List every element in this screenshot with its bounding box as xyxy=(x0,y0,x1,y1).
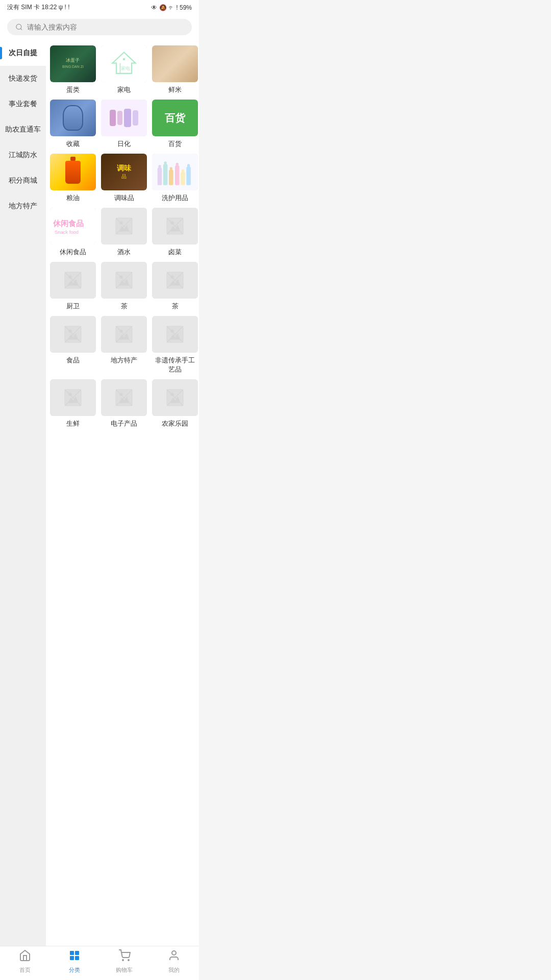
category-item-electronics[interactable]: 电子产品 xyxy=(101,379,147,428)
category-item-egg[interactable]: 冰蛋子BING DAN ZI 蛋类 xyxy=(50,45,96,94)
nav-label-cart: 购物车 xyxy=(116,966,133,974)
sidebar-item-waterproof[interactable]: 江城防水 xyxy=(0,142,46,168)
category-img-egg: 冰蛋子BING DAN ZI xyxy=(50,45,96,82)
svg-rect-11 xyxy=(176,163,179,166)
sidebar-item-express[interactable]: 快递发货 xyxy=(0,66,46,91)
category-item-braised[interactable]: 卤菜 xyxy=(152,208,198,257)
nav-label-home: 首页 xyxy=(19,966,31,974)
category-item-farm-product[interactable]: 农家乐园 xyxy=(152,379,198,428)
nav-item-category[interactable]: 分类 xyxy=(50,949,100,974)
svg-rect-10 xyxy=(175,165,180,185)
svg-text:家电: 家电 xyxy=(121,66,130,71)
cart-icon xyxy=(118,949,131,965)
nav-item-home[interactable]: 首页 xyxy=(0,949,50,974)
category-item-washing[interactable]: 洗护用品 xyxy=(152,154,198,203)
svg-rect-12 xyxy=(181,172,185,185)
category-img-heritage xyxy=(152,316,198,353)
mine-icon xyxy=(168,949,180,965)
svg-point-0 xyxy=(16,24,21,29)
nav-label-mine: 我的 xyxy=(168,966,180,974)
sidebar-item-next-day[interactable]: 次日自提 xyxy=(0,40,46,66)
category-img-ceramic xyxy=(50,100,96,136)
category-item-oil[interactable]: 粮油 xyxy=(50,154,96,203)
category-img-tea2 xyxy=(152,262,198,299)
svg-text:Snack food: Snack food xyxy=(55,229,79,235)
search-bar xyxy=(0,15,199,40)
svg-rect-63 xyxy=(70,951,74,955)
bottom-nav: 首页分类购物车我的 xyxy=(0,946,199,979)
sidebar-item-points[interactable]: 积分商城 xyxy=(0,168,46,193)
category-item-food[interactable]: 食品 xyxy=(50,316,96,374)
category-label-braised: 卤菜 xyxy=(168,248,182,257)
sidebar-item-business[interactable]: 事业套餐 xyxy=(0,91,46,117)
category-item-tea2[interactable]: 茶 xyxy=(152,262,198,311)
category-item-local-product[interactable]: 地方特产 xyxy=(101,316,147,374)
nav-label-category: 分类 xyxy=(69,966,80,974)
category-item-heritage[interactable]: 非遗传承手工艺品 xyxy=(152,316,198,374)
svg-rect-8 xyxy=(169,170,173,185)
category-area: 冰蛋子BING DAN ZI 蛋类 家电 家电鲜米 收藏 日化 百货 百货 粮油… xyxy=(46,40,199,954)
status-left: 没有 SIM 卡 18:22 ψ ! ! xyxy=(7,3,70,12)
category-label-tea1: 茶 xyxy=(121,302,128,311)
category-item-pastry[interactable]: 生鲜 xyxy=(50,379,96,428)
category-img-washing xyxy=(152,154,198,190)
nav-item-mine[interactable]: 我的 xyxy=(149,949,199,974)
category-label-egg: 蛋类 xyxy=(66,85,80,94)
category-label-tea2: 茶 xyxy=(172,302,179,311)
category-img-snack: 休闲食品 Snack food xyxy=(50,208,96,244)
category-img-alcohol xyxy=(101,208,147,244)
sidebar-item-local[interactable]: 地方特产 xyxy=(0,193,46,219)
category-img-kitchen xyxy=(50,262,96,299)
sidebar: 次日自提快递发货事业套餐助农直通车江城防水积分商城地方特产 xyxy=(0,40,46,954)
svg-rect-65 xyxy=(70,956,74,960)
category-label-rice: 鲜米 xyxy=(168,85,182,94)
category-item-grocery[interactable]: 百货 百货 xyxy=(152,100,198,149)
nav-item-cart[interactable]: 购物车 xyxy=(99,949,149,974)
search-input[interactable] xyxy=(27,23,184,31)
svg-line-1 xyxy=(20,29,22,30)
status-right: 👁 🔕 ᯤ ! 59% xyxy=(151,4,192,11)
svg-rect-64 xyxy=(75,951,79,955)
svg-text:休闲食品: 休闲食品 xyxy=(53,219,84,228)
category-label-oil: 粮油 xyxy=(66,193,80,203)
category-item-ceramic[interactable]: 收藏 xyxy=(50,100,96,149)
category-label-kitchen: 厨卫 xyxy=(66,302,80,311)
category-item-rice[interactable]: 鲜米 xyxy=(152,45,198,94)
category-label-seasoning: 调味品 xyxy=(114,193,134,203)
search-wrap[interactable] xyxy=(7,19,192,35)
category-img-local-product xyxy=(101,316,147,353)
svg-point-3 xyxy=(123,58,126,61)
category-img-pastry xyxy=(50,379,96,416)
svg-point-67 xyxy=(122,960,123,961)
category-label-daily: 日化 xyxy=(117,139,131,149)
category-img-oil xyxy=(50,154,96,190)
category-img-braised xyxy=(152,208,198,244)
svg-rect-66 xyxy=(75,956,79,960)
svg-point-69 xyxy=(172,951,176,955)
category-label-pastry: 生鲜 xyxy=(66,419,80,428)
main-layout: 次日自提快递发货事业套餐助农直通车江城防水积分商城地方特产 冰蛋子BING DA… xyxy=(0,40,199,954)
category-label-ceramic: 收藏 xyxy=(66,139,80,149)
category-item-kitchen[interactable]: 厨卫 xyxy=(50,262,96,311)
category-item-tea1[interactable]: 茶 xyxy=(101,262,147,311)
category-label-food: 食品 xyxy=(66,356,80,365)
svg-point-68 xyxy=(128,960,129,961)
category-label-washing: 洗护用品 xyxy=(162,193,188,203)
sidebar-item-farm[interactable]: 助农直通车 xyxy=(0,117,46,142)
svg-rect-7 xyxy=(164,161,167,165)
category-item-seasoning[interactable]: 调味 品 调味品 xyxy=(101,154,147,203)
home-icon xyxy=(19,949,31,965)
svg-rect-14 xyxy=(186,167,191,185)
category-item-appliance[interactable]: 家电 家电 xyxy=(101,45,147,94)
category-label-grocery: 百货 xyxy=(168,139,182,149)
category-img-food xyxy=(50,316,96,353)
category-label-heritage: 非遗传承手工艺品 xyxy=(152,356,198,374)
svg-rect-15 xyxy=(187,164,190,168)
category-label-appliance: 家电 xyxy=(117,85,131,94)
category-item-snack[interactable]: 休闲食品 Snack food 休闲食品 xyxy=(50,208,96,257)
category-item-daily[interactable]: 日化 xyxy=(101,100,147,149)
category-img-appliance: 家电 xyxy=(101,45,147,82)
category-img-farm-product xyxy=(152,379,198,416)
category-item-alcohol[interactable]: 酒水 xyxy=(101,208,147,257)
category-label-local-product: 地方特产 xyxy=(111,356,137,365)
